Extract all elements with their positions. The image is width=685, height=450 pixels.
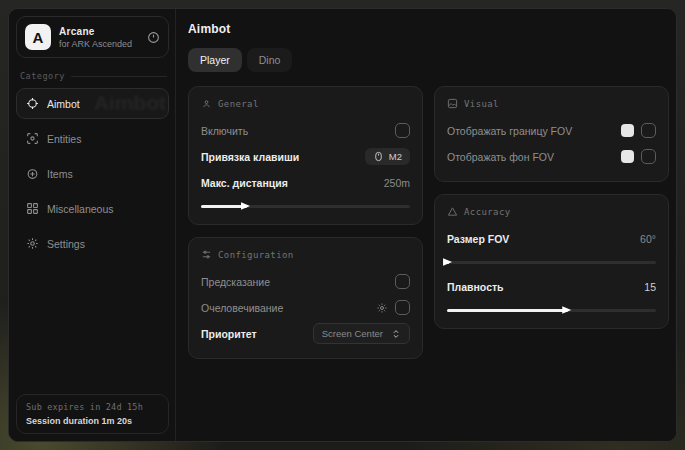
sidebar-item-items[interactable]: Items — [16, 158, 169, 189]
fov-size-slider[interactable] — [447, 257, 656, 267]
bag-icon — [26, 167, 39, 180]
brand-logo: A — [25, 24, 51, 50]
keybind-button[interactable]: M2 — [365, 148, 410, 165]
max-distance-slider[interactable] — [201, 201, 410, 211]
slider-handle[interactable] — [443, 258, 452, 267]
main-content: Aimbot Player Dino General — [176, 9, 677, 441]
prediction-label: Предсказание — [201, 276, 270, 288]
humanize-gear-icon[interactable] — [376, 302, 388, 314]
slider-handle[interactable] — [241, 202, 250, 211]
brand-card: A Arcane for ARK Ascended — [16, 16, 169, 58]
fov-background-checkbox[interactable] — [641, 149, 656, 164]
fov-size-value: 60° — [640, 233, 656, 245]
card-title: Accuracy — [464, 207, 511, 217]
card-configuration: Configuration Предсказание Очеловечивани… — [188, 237, 423, 359]
subscription-info: Sub expires in 24d 15h Session duration … — [16, 394, 169, 434]
brand-name: Arcane — [59, 26, 139, 37]
sidebar-item-settings[interactable]: Settings — [16, 228, 169, 259]
enable-label: Включить — [201, 125, 248, 137]
sidebar-item-label: Aimbot — [47, 98, 80, 110]
page-title: Aimbot — [188, 22, 669, 36]
fov-border-color-swatch[interactable] — [621, 124, 634, 137]
card-title: Visual — [464, 99, 499, 109]
tab-player[interactable]: Player — [188, 48, 242, 72]
sidebar: A Arcane for ARK Ascended Category — [9, 9, 176, 441]
sidebar-item-entities[interactable]: Entities — [16, 123, 169, 154]
sidebar-item-label: Miscellaneous — [47, 203, 114, 215]
card-visual: Visual Отображать границу FOV Отображать… — [434, 86, 669, 182]
grid-icon — [26, 202, 39, 215]
smoothness-label: Плавность — [447, 281, 504, 293]
gear-icon — [26, 237, 39, 250]
priority-value: Screen Center — [322, 328, 383, 339]
chevrons-updown-icon — [391, 329, 401, 339]
keybind-label: Привязка клавиши — [201, 151, 299, 163]
prediction-checkbox[interactable] — [395, 274, 410, 289]
sliders-icon — [201, 249, 212, 260]
session-duration-text: Session duration 1m 20s — [26, 416, 159, 426]
fov-background-color-swatch[interactable] — [621, 150, 634, 163]
sub-expires-text: Sub expires in 24d 15h — [26, 402, 159, 412]
max-distance-value: 250m — [384, 177, 410, 189]
slider-handle[interactable] — [562, 306, 571, 315]
user-target-icon — [201, 98, 212, 109]
fov-border-label: Отображать границу FOV — [447, 125, 572, 137]
humanize-label: Очеловечивание — [201, 302, 283, 314]
sidebar-item-label: Settings — [47, 238, 85, 250]
smoothness-value: 15 — [644, 281, 656, 293]
humanize-checkbox[interactable] — [395, 300, 410, 315]
sidebar-item-miscellaneous[interactable]: Miscellaneous — [16, 193, 169, 224]
mouse-icon — [373, 151, 384, 162]
category-divider: Category — [20, 71, 167, 81]
smoothness-slider[interactable] — [447, 305, 656, 315]
scan-icon — [26, 132, 39, 145]
card-title: General — [218, 99, 259, 109]
fov-border-checkbox[interactable] — [641, 123, 656, 138]
app-window: A Arcane for ARK Ascended Category — [8, 8, 677, 442]
image-icon — [447, 98, 458, 109]
sidebar-item-label: Items — [47, 168, 73, 180]
fov-size-label: Размер FOV — [447, 233, 509, 245]
fov-background-label: Отображать фон FOV — [447, 151, 554, 163]
tab-dino[interactable]: Dino — [247, 48, 293, 72]
category-label: Category — [20, 71, 65, 81]
tab-bar: Player Dino — [188, 48, 669, 72]
card-title: Configuration — [218, 250, 294, 260]
sidebar-item-aimbot[interactable]: Aimbot Aimbot — [16, 88, 169, 119]
sidebar-item-label: Entities — [47, 133, 81, 145]
enable-checkbox[interactable] — [395, 123, 410, 138]
card-general: General Включить Привязка клавиши — [188, 86, 423, 225]
brand-subtitle: for ARK Ascended — [59, 39, 139, 49]
keybind-value: M2 — [389, 151, 402, 162]
crosshair-icon — [26, 97, 39, 110]
priority-select[interactable]: Screen Center — [313, 323, 410, 344]
card-accuracy: Accuracy Размер FOV 60° П — [434, 194, 669, 329]
sidebar-nav: Aimbot Aimbot Entities Items — [16, 88, 169, 259]
aimbot-watermark: Aimbot — [94, 91, 166, 115]
priority-label: Приоритет — [201, 328, 257, 340]
max-distance-label: Макс. дистанция — [201, 177, 288, 189]
power-icon[interactable] — [147, 31, 160, 44]
triangle-icon — [447, 206, 458, 217]
